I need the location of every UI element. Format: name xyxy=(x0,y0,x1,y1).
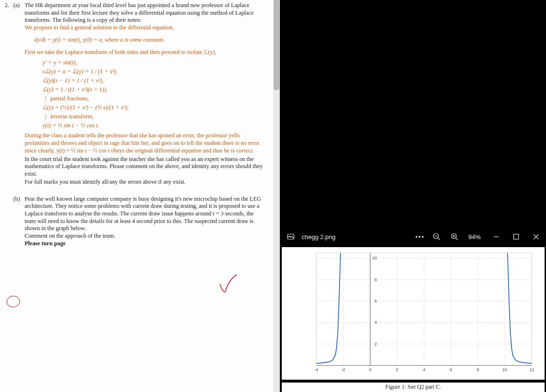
propose-line: We propose to find a general solution to… xyxy=(25,24,265,32)
svg-text:12: 12 xyxy=(529,367,534,372)
svg-text:0: 0 xyxy=(369,367,371,372)
eq-line: ℒ(y)(s − 1) = 1 / (1 + s²), xyxy=(43,77,265,84)
question-number: 2. xyxy=(5,2,13,24)
red-circle-annotation xyxy=(6,295,20,308)
zoom-out-icon[interactable] xyxy=(431,232,442,242)
maximize-icon[interactable] xyxy=(511,232,521,242)
svg-text:4: 4 xyxy=(423,367,425,372)
document-page: 2. (a) The HR department at your local t… xyxy=(0,0,273,392)
svg-text:8: 8 xyxy=(477,367,479,372)
minimize-icon[interactable] xyxy=(491,232,501,242)
story-paragraph-2: In the court trial the student took agai… xyxy=(25,156,265,178)
chart-caption: Figure 1: See Q2 part C. xyxy=(282,383,545,392)
svg-text:4: 4 xyxy=(375,320,377,325)
svg-rect-9 xyxy=(514,234,519,240)
first-step: First we take the Laplace transform of b… xyxy=(25,49,265,56)
svg-text:6: 6 xyxy=(450,367,452,372)
equation-block: y' + y = sin(t), sℒ(y) + a + ℒ(y) = 1 / … xyxy=(43,59,265,129)
eq-line: ℒ(y) = 1 / ((1 + s²)(s + 1)), xyxy=(43,86,265,93)
chart-plot: -4-2024681012246810 xyxy=(290,249,537,377)
viewer-filename: chegg 2.png xyxy=(302,233,336,241)
svg-line-5 xyxy=(456,238,458,240)
page-scrollbar-track[interactable] xyxy=(273,0,280,392)
zoom-percent: 94% xyxy=(468,233,481,241)
chart-area: -4-2024681012246810 xyxy=(282,247,545,380)
part-a-intro: The HR department at your local third le… xyxy=(25,2,265,24)
svg-text:-4: -4 xyxy=(314,367,318,372)
turn-page: Please turn page xyxy=(25,240,66,247)
eq-line: ⋮ Inverse transform, xyxy=(43,113,265,120)
page-scrollbar-thumb[interactable] xyxy=(274,0,279,90)
part-b-text: Pear the well known large computer compa… xyxy=(25,196,261,232)
eq-line: ℒ(y) = (½)/(1 + s²) − (½ s)/(1 + s²), xyxy=(43,104,265,111)
svg-text:8: 8 xyxy=(375,277,377,282)
eq-line: ⋮ partial fractions, xyxy=(43,95,265,102)
chart-panel: -4-2024681012246810 Figure 1: See Q2 par… xyxy=(282,247,545,392)
part-b-label: (b) xyxy=(13,196,25,248)
eq-line: y' + y = sin(t), xyxy=(43,59,265,66)
gallery-icon[interactable] xyxy=(286,232,296,242)
part-a-label: (a) xyxy=(13,2,25,24)
svg-text:2: 2 xyxy=(396,367,398,372)
svg-text:6: 6 xyxy=(375,299,377,303)
eq-line: sℒ(y) + a + ℒ(y) = 1 / (1 + s²), xyxy=(43,68,265,75)
svg-text:-2: -2 xyxy=(341,367,345,372)
red-check-annotation xyxy=(214,271,242,302)
zoom-in-icon[interactable] xyxy=(449,232,460,242)
more-icon[interactable]: ••• xyxy=(415,233,425,241)
part-b-comment: Comment on the approach of the team. xyxy=(25,232,116,239)
svg-line-2 xyxy=(438,238,440,240)
story-paragraph-3: For full marks you must identify all/any… xyxy=(25,178,265,186)
close-icon[interactable] xyxy=(531,232,541,242)
svg-text:2: 2 xyxy=(375,342,377,347)
svg-text:10: 10 xyxy=(372,256,377,260)
eq-line: y(t) = ½ sin t − ½ cos t. xyxy=(43,122,265,129)
svg-text:10: 10 xyxy=(502,367,507,372)
image-viewer-toolbar: chegg 2.png ••• 94% xyxy=(282,227,545,246)
ode-equation: dy/dt + y(t) = sin(t), y(0) = a, where a… xyxy=(34,36,265,44)
story-paragraph-1: During the class a student tells the pro… xyxy=(25,132,265,154)
